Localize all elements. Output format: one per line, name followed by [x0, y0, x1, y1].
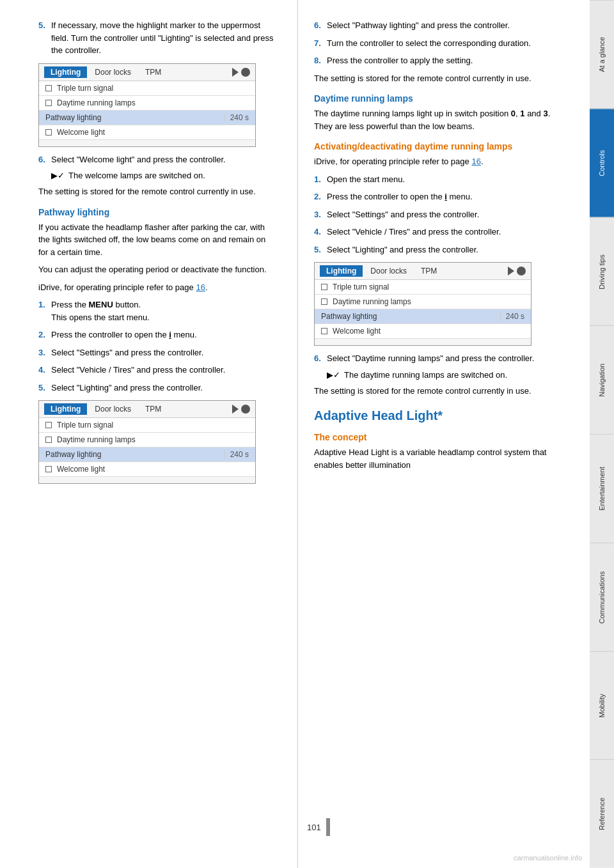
pathway-step-5-text: Select "Lighting" and press the controll…: [51, 382, 275, 394]
activate-step-4-text: Select "Vehicle / Tires" and press the c…: [327, 226, 558, 238]
step-7-right: 7. Turn the controller to select the cor…: [314, 37, 558, 50]
panel-1-tab-doorlocks: Door locks: [88, 66, 138, 78]
panel-3-checkbox-welcome: [321, 328, 327, 334]
right-column: 6. Select "Pathway lighting" and press t…: [301, 0, 571, 868]
panel-3-label-pathway: Pathway lighting: [321, 312, 377, 321]
watermark: carmanualsonline.info: [514, 854, 582, 862]
panel-1-header: Lighting Door locks TPM: [39, 64, 255, 81]
step-8-right: 8. Press the controller to apply the set…: [314, 54, 558, 67]
panel-2-checkbox-welcome: [45, 466, 52, 472]
step-5-text: If necessary, move the highlight marker …: [51, 19, 275, 57]
pathway-step-3-text: Select "Settings" and press the controll…: [51, 346, 275, 359]
activating-heading: Activating/deactivating daytime running …: [314, 141, 558, 151]
step-6b-text: Select "Daytime running lamps" and press…: [327, 352, 558, 365]
step-5: 5. If necessary, move the highlight mark…: [38, 19, 275, 57]
concept-heading: The concept: [314, 432, 558, 442]
sidebar-tab-driving-tips-label: Driving tips: [598, 254, 606, 289]
step-8-text: Press the controller to apply the settin…: [327, 54, 558, 67]
sidebar-tab-navigation[interactable]: Navigation: [590, 325, 614, 434]
sidebar-tab-at-a-glance[interactable]: At a glance: [590, 0, 614, 109]
activate-step-3-text: Select "Settings" and press the controll…: [327, 208, 558, 221]
panel-3-label-triple: Triple turn signal: [333, 283, 389, 291]
sidebar-tab-mobility[interactable]: Mobility: [590, 651, 614, 760]
panel-2-tab-doorlocks: Door locks: [88, 403, 138, 415]
panel-2-row-daytime: Daytime running lamps: [39, 433, 255, 447]
panel-1-checkbox-daytime: [45, 100, 52, 106]
panel-1-row-daytime: Daytime running lamps: [39, 96, 255, 111]
activate-step-4-num: 4.: [314, 226, 327, 238]
panel-3-circle-icon: [517, 267, 526, 275]
panel-3-row-pathway: Pathway lighting 240 s: [315, 309, 531, 324]
sidebar-tab-reference[interactable]: Reference: [590, 759, 614, 868]
activate-step-3: 3. Select "Settings" and press the contr…: [314, 208, 558, 221]
pathway-body-1: If you activate the headlamp flasher aft…: [38, 221, 275, 259]
step-6-right-num: 6.: [314, 19, 327, 32]
panel-2-row-pathway: Pathway lighting 240 s: [39, 447, 255, 462]
control-panel-2: Lighting Door locks TPM Triple turn sign…: [38, 400, 256, 484]
panel-2-row-triple: Triple turn signal: [39, 418, 255, 433]
panel-1-label-welcome: Welcome light: [57, 128, 105, 137]
control-panel-1: Lighting Door locks TPM Triple turn sign…: [38, 63, 256, 147]
panel-3-row-triple: Triple turn signal: [315, 280, 531, 295]
daytime-body: The daytime running lamps light up in sw…: [314, 107, 558, 132]
step-8-num: 8.: [314, 54, 327, 67]
checkmark-icon-2: ▶✓: [327, 370, 340, 380]
activate-step-2: 2. Press the controller to open the i me…: [314, 190, 558, 203]
sidebar-tab-mobility-label: Mobility: [598, 694, 606, 717]
activate-step-4: 4. Select "Vehicle / Tires" and press th…: [314, 226, 558, 238]
pathway-idrive-text: iDrive, for operating principle refer to…: [38, 281, 275, 294]
panel-circle-icon: [241, 68, 250, 77]
step-6b-right: 6. Select "Daytime running lamps" and pr…: [314, 352, 558, 365]
column-divider: [297, 0, 298, 868]
panel-1-icons: [232, 68, 250, 77]
step-7-text: Turn the controller to select the corres…: [327, 37, 558, 50]
panel-2-label-welcome: Welcome light: [57, 465, 105, 474]
sidebar-tab-controls[interactable]: Controls: [590, 109, 614, 217]
panel-2-tab-tpm: TPM: [139, 403, 168, 415]
concept-body: Adaptive Head Light is a variable headla…: [314, 446, 558, 471]
panel-1-value-pathway: 240 s: [224, 113, 249, 122]
page-marker-bar: [326, 818, 330, 836]
checkmark-icon-1: ▶✓: [51, 171, 65, 180]
panel-3-checkbox-triple: [321, 284, 327, 290]
pathway-step-1-num: 1.: [38, 298, 51, 323]
pathway-step-1: 1. Press the MENU button.This opens the …: [38, 298, 275, 323]
pathway-heading: Pathway lighting: [38, 207, 275, 217]
pathway-step-5-num: 5.: [38, 382, 51, 394]
panel-2-icons: [232, 405, 250, 414]
panel-3-label-daytime: Daytime running lamps: [333, 297, 411, 306]
idrive-link-right[interactable]: 16: [471, 157, 480, 166]
step-6-left-number: 6.: [38, 153, 51, 166]
panel-3-tab-doorlocks: Door locks: [364, 265, 413, 277]
panel-2-row-welcome: Welcome light: [39, 462, 255, 477]
panel-2-label-pathway: Pathway lighting: [45, 450, 101, 459]
pathway-idrive-link[interactable]: 16: [196, 283, 205, 292]
panel-2-tab-lighting: Lighting: [44, 403, 87, 415]
panel-3-tab-lighting: Lighting: [320, 265, 363, 277]
panel-2-checkbox-daytime: [45, 437, 52, 443]
sidebar-tab-communications[interactable]: Communications: [590, 543, 614, 651]
sidebar-tab-communications-label: Communications: [598, 571, 606, 623]
sidebar-tab-driving-tips[interactable]: Driving tips: [590, 217, 614, 326]
panel-1-label-pathway: Pathway lighting: [45, 113, 101, 122]
panel-2-header: Lighting Door locks TPM: [39, 401, 255, 418]
sidebar-tab-entertainment[interactable]: Entertainment: [590, 434, 614, 543]
panel-1-label-daytime: Daytime running lamps: [57, 98, 136, 107]
step-6-left: 6. Select "Welcome light" and press the …: [38, 153, 275, 166]
sidebar-tab-at-a-glance-label: At a glance: [598, 37, 606, 72]
pathway-step-5: 5. Select "Lighting" and press the contr…: [38, 382, 275, 394]
panel-3-row-welcome: Welcome light: [315, 324, 531, 339]
activate-step-1-num: 1.: [314, 173, 327, 186]
sidebar-tab-navigation-label: Navigation: [598, 364, 606, 397]
pathway-step-2-text: Press the controller to open the i menu.: [51, 329, 275, 341]
setting-stored-2: The setting is stored for the remote con…: [314, 385, 558, 398]
page-number-area: 101: [307, 818, 330, 836]
pathway-step-4-num: 4.: [38, 364, 51, 376]
activate-step-5-num: 5.: [314, 244, 327, 256]
panel-3-row-daytime: Daytime running lamps: [315, 295, 531, 309]
panel-1-row-welcome: Welcome light: [39, 125, 255, 140]
panel-1-row-pathway: Pathway lighting 240 s: [39, 111, 255, 125]
daytime-heading: Daytime running lamps: [314, 93, 558, 104]
left-column: 5. If necessary, move the highlight mark…: [0, 0, 294, 868]
panel-1-tab-lighting: Lighting: [44, 66, 87, 78]
